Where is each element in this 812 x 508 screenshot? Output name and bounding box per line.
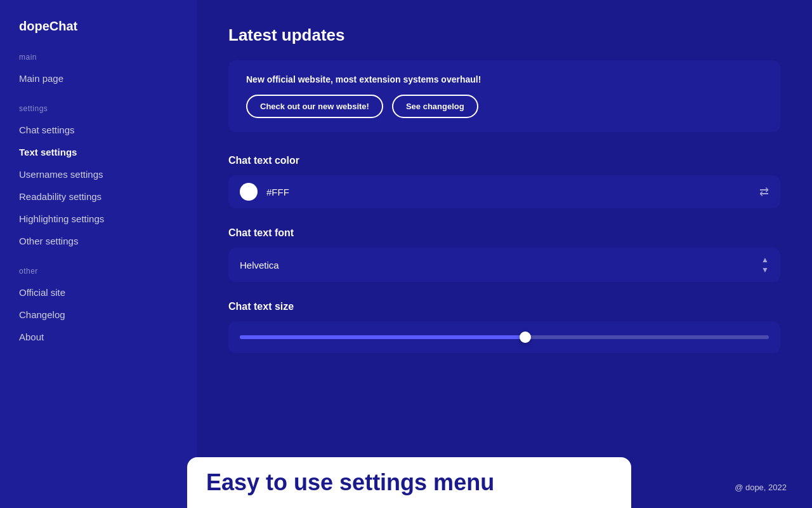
font-section-title: Chat text font	[228, 227, 780, 239]
page-title: Latest updates	[228, 25, 780, 45]
sidebar-item-official-site[interactable]: Official site	[13, 282, 184, 303]
size-section-title: Chat text size	[228, 301, 780, 312]
sidebar-settings-label: settings	[13, 104, 184, 113]
arrow-down-icon[interactable]: ▼	[761, 265, 769, 274]
see-changelog-button[interactable]: See changelog	[392, 95, 478, 118]
slider-container	[228, 321, 780, 353]
main-content: Latest updates New official website, mos…	[197, 0, 812, 457]
sidebar-main-nav: main Main page	[13, 53, 184, 89]
color-circle[interactable]	[240, 183, 258, 201]
sidebar-settings-nav: settings Chat settings Text settings Use…	[13, 104, 184, 251]
footer-banner: Easy to use settings menu	[187, 457, 631, 508]
font-select-container[interactable]: Helvetica ▲ ▼	[228, 248, 780, 282]
font-select-value: Helvetica	[240, 260, 279, 271]
update-banner-text: New official website, most extension sys…	[246, 74, 763, 84]
footer: Easy to use settings menu @ dope, 2022	[0, 457, 812, 508]
footer-banner-text: Easy to use settings menu	[206, 469, 494, 496]
sidebar-main-label: main	[13, 53, 184, 62]
slider-track[interactable]	[240, 335, 769, 339]
sidebar-item-text-settings[interactable]: Text settings	[13, 142, 184, 163]
sidebar-item-chat-settings[interactable]: Chat settings	[13, 119, 184, 140]
sidebar-item-main-page[interactable]: Main page	[13, 68, 184, 89]
sidebar-item-other-settings[interactable]: Other settings	[13, 231, 184, 251]
check-website-button[interactable]: Check out our new website!	[246, 95, 383, 118]
footer-copyright: @ dope, 2022	[735, 483, 787, 492]
sidebar: dopeChat main Main page settings Chat se…	[0, 0, 197, 508]
update-banner-buttons: Check out our new website! See changelog	[246, 95, 763, 118]
sidebar-item-usernames-settings[interactable]: Usernames settings	[13, 164, 184, 185]
arrow-up-icon[interactable]: ▲	[761, 255, 769, 264]
randomize-icon[interactable]: ⇄	[759, 185, 769, 199]
font-select-arrows[interactable]: ▲ ▼	[761, 255, 769, 274]
color-picker-row[interactable]: #FFF ⇄	[228, 175, 780, 208]
sidebar-item-about[interactable]: About	[13, 326, 184, 347]
slider-thumb[interactable]	[520, 331, 531, 343]
sidebar-item-readability-settings[interactable]: Readability settings	[13, 186, 184, 207]
sidebar-other-label: other	[13, 267, 184, 276]
update-banner: New official website, most extension sys…	[228, 60, 780, 132]
sidebar-item-highlighting-settings[interactable]: Highlighting settings	[13, 208, 184, 229]
slider-fill	[240, 335, 525, 339]
color-value: #FFF	[266, 187, 759, 197]
app-logo: dopeChat	[13, 19, 184, 34]
color-section-title: Chat text color	[228, 155, 780, 166]
sidebar-other-nav: other Official site Changelog About	[13, 267, 184, 347]
sidebar-item-changelog[interactable]: Changelog	[13, 304, 184, 325]
